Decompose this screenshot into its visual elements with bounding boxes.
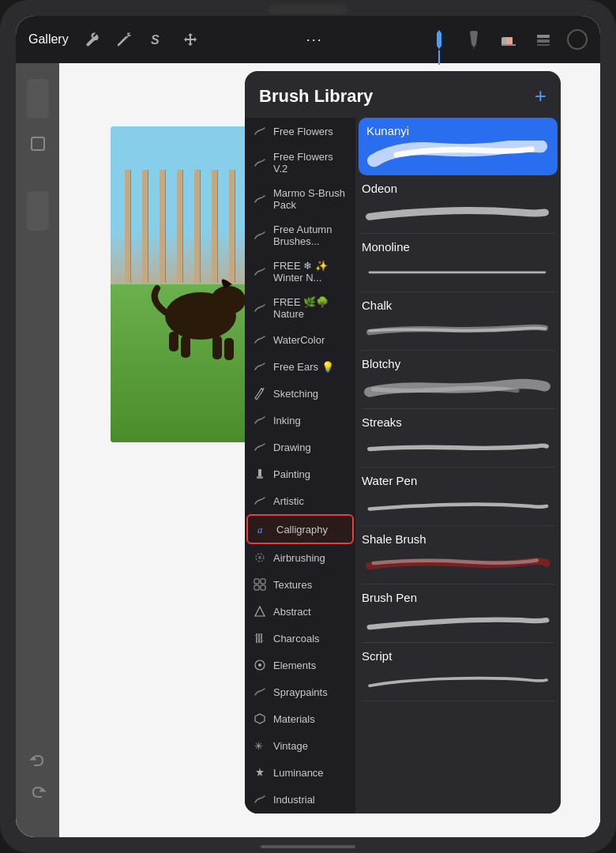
brush-item-script[interactable]: Script bbox=[362, 643, 554, 701]
top-bar-center: ··· bbox=[201, 32, 428, 48]
category-label-free-ears: Free Ears 💡 bbox=[273, 361, 334, 373]
category-item-calligraphy[interactable]: aCalligraphy bbox=[246, 514, 354, 544]
smudge-icon[interactable]: S bbox=[146, 28, 168, 51]
category-item-vintage[interactable]: ✳Vintage bbox=[245, 732, 355, 759]
category-item-abstract[interactable]: Abstract bbox=[245, 598, 355, 625]
category-icon-free-ears bbox=[253, 359, 267, 374]
category-item-charcoals[interactable]: Charcoals bbox=[245, 625, 355, 652]
svg-point-32 bbox=[258, 663, 261, 667]
brush-name-chalk: Chalk bbox=[362, 299, 554, 312]
redo-button[interactable] bbox=[25, 780, 51, 806]
brush-item-monoline[interactable]: Monoline bbox=[362, 234, 554, 292]
brush-stroke-streaks bbox=[362, 432, 554, 460]
category-item-elements[interactable]: Elements bbox=[245, 652, 355, 678]
category-item-airbrushing[interactable]: Airbrushing bbox=[245, 544, 355, 571]
brush-stroke-brush-pen bbox=[362, 607, 554, 636]
category-item-watercolor[interactable]: WaterColor bbox=[245, 326, 355, 353]
magic-wand-icon[interactable] bbox=[113, 28, 135, 51]
square-icon[interactable] bbox=[25, 131, 51, 156]
category-icon-watercolor bbox=[253, 333, 267, 347]
camera-area bbox=[269, 5, 347, 14]
brush-stroke-shale-brush bbox=[362, 549, 554, 577]
top-bar-left: Gallery bbox=[28, 28, 201, 51]
svg-rect-24 bbox=[261, 579, 265, 584]
brush-item-kunanyi[interactable]: Kunanyi bbox=[359, 118, 558, 175]
brush-item-shale-brush[interactable]: Shale Brush bbox=[362, 526, 554, 584]
category-item-textures[interactable]: Textures bbox=[245, 571, 355, 598]
brush-name-streaks: Streaks bbox=[362, 415, 554, 429]
svg-rect-26 bbox=[261, 585, 265, 590]
svg-rect-14 bbox=[224, 338, 234, 360]
category-icon-free-flowers-v2 bbox=[253, 156, 267, 170]
pencil-indicator bbox=[438, 51, 440, 65]
transform-icon[interactable] bbox=[179, 28, 201, 51]
category-item-free-nature[interactable]: FREE 🌿🌳 Nature bbox=[245, 290, 355, 326]
undo-button[interactable] bbox=[25, 749, 51, 774]
category-item-marmo[interactable]: Marmo S-Brush Pack bbox=[245, 181, 355, 217]
category-item-free-ears[interactable]: Free Ears 💡 bbox=[245, 353, 355, 380]
sidebar-handle-bottom[interactable] bbox=[27, 191, 49, 231]
category-icon-calligraphy: a bbox=[256, 522, 270, 536]
gallery-button[interactable]: Gallery bbox=[28, 32, 69, 47]
svg-rect-15 bbox=[181, 336, 190, 358]
brush-list: Kunanyi OdeonMonolineChalk Blotchy Strea… bbox=[355, 118, 561, 814]
svg-rect-25 bbox=[254, 585, 259, 590]
screen: Gallery bbox=[16, 16, 600, 837]
svg-rect-17 bbox=[32, 137, 44, 150]
category-icon-vintage: ✳ bbox=[253, 738, 267, 753]
category-item-organic[interactable]: Organic bbox=[245, 813, 355, 814]
category-item-free-autumn[interactable]: Free Autumn Brushes... bbox=[245, 217, 355, 254]
brush-item-brush-pen[interactable]: Brush Pen bbox=[362, 584, 554, 643]
brush-stroke-monoline bbox=[362, 257, 554, 285]
category-icon-drawing bbox=[253, 440, 267, 454]
category-item-artistic[interactable]: Artistic bbox=[245, 487, 355, 514]
brush-name-shale-brush: Shale Brush bbox=[362, 532, 554, 546]
category-item-drawing[interactable]: Drawing bbox=[245, 434, 355, 460]
wrench-icon[interactable] bbox=[80, 28, 102, 51]
brush-stroke-script bbox=[362, 666, 554, 694]
category-item-free-flowers[interactable]: Free Flowers bbox=[245, 118, 355, 145]
category-icon-painting bbox=[253, 467, 267, 481]
sidebar-handle-top[interactable] bbox=[27, 79, 49, 118]
svg-rect-8 bbox=[537, 35, 550, 38]
layers-tool[interactable] bbox=[532, 28, 554, 51]
svg-rect-23 bbox=[254, 579, 259, 584]
category-item-luminance[interactable]: Luminance bbox=[245, 759, 355, 786]
category-item-inking[interactable]: Inking bbox=[245, 407, 355, 434]
category-item-spraypaints[interactable]: Spraypaints bbox=[245, 678, 355, 705]
category-label-vintage: Vintage bbox=[273, 740, 308, 752]
category-icon-luminance bbox=[253, 765, 267, 780]
brush-name-brush-pen: Brush Pen bbox=[362, 591, 554, 604]
brush-item-streaks[interactable]: Streaks bbox=[362, 409, 554, 468]
color-picker[interactable] bbox=[567, 29, 588, 50]
ipad-frame: Gallery bbox=[0, 0, 616, 853]
category-icon-inking bbox=[253, 413, 267, 427]
eraser-tool[interactable] bbox=[498, 28, 520, 51]
brush-name-monoline: Monoline bbox=[362, 240, 554, 254]
category-icon-airbrushing bbox=[253, 551, 267, 565]
home-indicator bbox=[261, 845, 355, 848]
category-icon-elements bbox=[253, 658, 267, 672]
brush-item-water-pen[interactable]: Water Pen bbox=[362, 468, 554, 526]
category-item-painting[interactable]: Painting bbox=[245, 460, 355, 487]
category-label-free-autumn: Free Autumn Brushes... bbox=[273, 224, 347, 247]
category-item-industrial[interactable]: Industrial bbox=[245, 786, 355, 813]
svg-rect-18 bbox=[258, 469, 261, 477]
category-item-materials[interactable]: Materials bbox=[245, 705, 355, 732]
category-icon-sketching bbox=[253, 386, 267, 400]
svg-rect-16 bbox=[169, 332, 178, 351]
top-bar: Gallery bbox=[16, 16, 600, 63]
brush-item-blotchy[interactable]: Blotchy bbox=[362, 351, 554, 409]
category-item-free-winter[interactable]: FREE ❄ ✨ Winter N... bbox=[245, 254, 355, 290]
more-button[interactable]: ··· bbox=[306, 32, 323, 48]
category-icon-charcoals bbox=[253, 631, 267, 645]
add-brush-button[interactable]: + bbox=[535, 84, 547, 108]
brush-stroke-blotchy bbox=[362, 374, 554, 402]
pencil-tool[interactable] bbox=[428, 28, 450, 51]
brush-name-kunanyi: Kunanyi bbox=[366, 124, 550, 137]
brush-item-chalk[interactable]: Chalk bbox=[362, 292, 554, 351]
category-item-sketching[interactable]: Sketching bbox=[245, 380, 355, 407]
brush-item-odeon[interactable]: Odeon bbox=[362, 175, 554, 234]
ink-pen-tool[interactable] bbox=[463, 28, 485, 51]
category-item-free-flowers-v2[interactable]: Free Flowers V.2 bbox=[245, 145, 355, 181]
